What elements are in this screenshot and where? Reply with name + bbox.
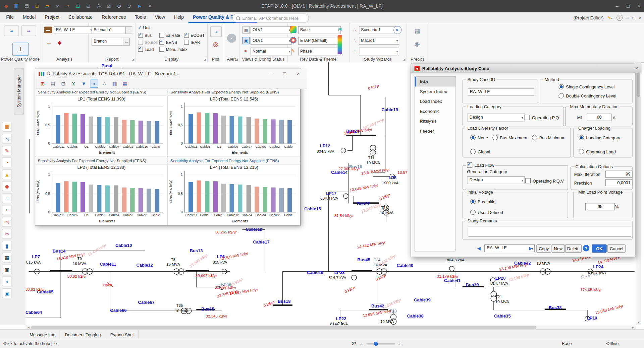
precision-input[interactable]: 0,0001: [605, 179, 633, 186]
grid-snap-icon[interactable]: ⊞: [74, 2, 82, 10]
display-check-ecost[interactable]: ECOST: [184, 33, 205, 38]
presentation-combo[interactable]: OLV1: [251, 26, 291, 34]
window-minimize-button[interactable]: –: [616, 3, 619, 9]
reliability-run-icon[interactable]: ◆: [55, 39, 63, 46]
configuration-combo[interactable]: OLV1: [251, 37, 291, 45]
chart-panel-close-icon[interactable]: ✕: [167, 158, 168, 162]
zoom-out-icon[interactable]: ⊖: [126, 2, 133, 10]
load-symbol[interactable]: [343, 194, 348, 199]
new-file-icon[interactable]: □: [33, 2, 41, 10]
diversity-global-radio[interactable]: Global: [470, 149, 490, 154]
load-flow-checkbox[interactable]: Load Flow: [466, 162, 496, 168]
scatter-plot-icon[interactable]: ∴: [100, 80, 108, 88]
operating-pqv-checkbox[interactable]: Operating P,Q,V: [525, 178, 564, 183]
dialog-nav-system-index[interactable]: System Index: [415, 86, 455, 96]
thermal-icon[interactable]: ◔: [2, 157, 12, 167]
bus-initial-radio[interactable]: Bus Initial: [470, 199, 496, 204]
display-check--a-rate[interactable]: λa Rate: [159, 33, 180, 38]
warning-icon[interactable]: ▲: [2, 169, 12, 179]
child-restore-button[interactable]: □: [633, 15, 635, 20]
next-study-case-button[interactable]: ▶: [527, 245, 535, 252]
line-plot-icon[interactable]: ≈: [90, 80, 98, 88]
study-remarks-input[interactable]: [468, 226, 631, 237]
command-search-box[interactable]: Enter ETAP Commands Here: [232, 13, 309, 22]
plot-magnifier-icon[interactable]: ◎: [210, 40, 221, 49]
battery-icon[interactable]: ▮: [2, 241, 12, 251]
grid-icon[interactable]: ⊞: [85, 2, 92, 10]
transfer-icon[interactable]: ↔: [45, 39, 53, 46]
load-symbol[interactable]: [449, 266, 454, 271]
min-voltage-input[interactable]: 95: [585, 203, 615, 210]
report-browse-button[interactable]: …: [125, 26, 132, 34]
double-contingency-radio[interactable]: Double Contingency Level: [558, 93, 616, 98]
dialog-help-button[interactable]: ?: [583, 245, 590, 252]
menu-item-model[interactable]: Model: [18, 12, 40, 23]
alert-expander-icon[interactable]: ◢: [235, 58, 238, 61]
status-combo[interactable]: Normal: [251, 48, 291, 55]
waveform-icon[interactable]: ≈: [2, 205, 12, 215]
harmonics-mode-icon[interactable]: ≈: [21, 25, 36, 36]
menu-item-help[interactable]: Help: [170, 12, 189, 23]
ok-button[interactable]: OK: [592, 245, 607, 253]
bottom-tab-document-tagging[interactable]: Document Tagging: [61, 330, 105, 339]
bottom-tab-python-shell[interactable]: Python Shell: [106, 330, 139, 339]
switching-icon[interactable]: ✂: [2, 229, 12, 238]
menu-item-references[interactable]: References: [97, 12, 130, 23]
bus-node[interactable]: [50, 270, 72, 271]
chart-window-close-button[interactable]: ×: [293, 71, 304, 76]
menu-item-view[interactable]: View: [150, 12, 169, 23]
arc-flash-icon[interactable]: ◆: [2, 181, 12, 191]
predict-model-icon[interactable]: ▦: [412, 26, 422, 35]
wizards-expander-icon[interactable]: ◢: [403, 58, 406, 61]
batch-wizard-combo[interactable]: [359, 48, 399, 55]
child-close-button[interactable]: ×: [639, 15, 642, 20]
ev-icon[interactable]: ◖: [2, 276, 12, 286]
find-icon[interactable]: ∞: [54, 2, 61, 10]
display-check-bus[interactable]: Bus: [138, 33, 152, 38]
diversity-none-radio[interactable]: None: [470, 135, 488, 140]
grid-theme-icon[interactable]: ⊞: [337, 26, 343, 33]
charger-loading-category-radio[interactable]: Loading Category: [579, 135, 620, 140]
pointer-icon[interactable]: ►: [136, 2, 143, 10]
dialog-nav-economic-analysis[interactable]: Economic Analysis: [415, 106, 455, 116]
bottom-tab-message-log[interactable]: Message Log: [25, 330, 60, 339]
stop-hand-icon[interactable]: ◆: [2, 2, 10, 10]
operating-pq-checkbox[interactable]: Operating P,Q: [525, 115, 559, 120]
dialog-nav-load-index[interactable]: Load Index: [415, 96, 455, 106]
dialog-nav-feeder[interactable]: Feeder: [415, 126, 455, 136]
rev-data-combo[interactable]: Base: [298, 26, 341, 34]
macro-wizard-combo[interactable]: Macro1: [359, 37, 399, 45]
layout-grid-icon[interactable]: ⊞: [39, 80, 47, 88]
zoom-out-button[interactable]: –: [360, 341, 363, 346]
bus-node[interactable]: [346, 135, 376, 136]
window-maximize-button[interactable]: □: [627, 3, 630, 9]
zoom-slider-thumb[interactable]: [374, 341, 378, 345]
dialog-titlebar[interactable]: e Reliability Analysis Study Case ×: [411, 64, 642, 73]
single-contingency-radio[interactable]: Single Contingency Level: [558, 84, 614, 89]
help-icon[interactable]: ?: [616, 14, 623, 20]
chart-panel-close-icon[interactable]: ✕: [300, 90, 300, 94]
horizontal-scroll-thumb[interactable]: [31, 326, 536, 329]
annotation-combo[interactable]: Phase: [298, 48, 341, 55]
menu-item-collaborate[interactable]: Collaborate: [64, 12, 97, 23]
zoom-slider[interactable]: [366, 343, 395, 344]
chart-window-titlebar[interactable]: Reliability Assessment : TCS-RA-091 : RA…: [35, 68, 307, 79]
cancel-button[interactable]: Cancel: [607, 245, 626, 253]
zoom-in-button[interactable]: +: [398, 341, 401, 346]
export-excel-icon[interactable]: X: [69, 80, 77, 88]
transformer-symbol[interactable]: [370, 145, 376, 151]
fit-page-icon[interactable]: ⊠: [105, 2, 112, 10]
diversity-bus-maximum-radio[interactable]: Bus Maximum: [492, 135, 527, 140]
scroll-down-arrow[interactable]: ▼: [636, 320, 641, 325]
plot-icon[interactable]: ≈: [210, 26, 222, 37]
chart-panel-close-icon[interactable]: ✕: [300, 158, 300, 162]
analysis-study-case-combo[interactable]: RA_W_LF: [54, 26, 93, 34]
new-button[interactable]: New: [552, 245, 565, 253]
more-tools-icon[interactable]: ▾: [146, 2, 154, 10]
display-unit-check[interactable]: ✓Unit: [138, 25, 150, 30]
alert-icon[interactable]: ×: [227, 33, 236, 43]
display-check-source[interactable]: Source: [138, 40, 157, 45]
branch-browse-button[interactable]: …: [123, 38, 130, 46]
print-icon[interactable]: ▤: [49, 80, 57, 88]
menu-item-project[interactable]: Project: [40, 12, 64, 23]
